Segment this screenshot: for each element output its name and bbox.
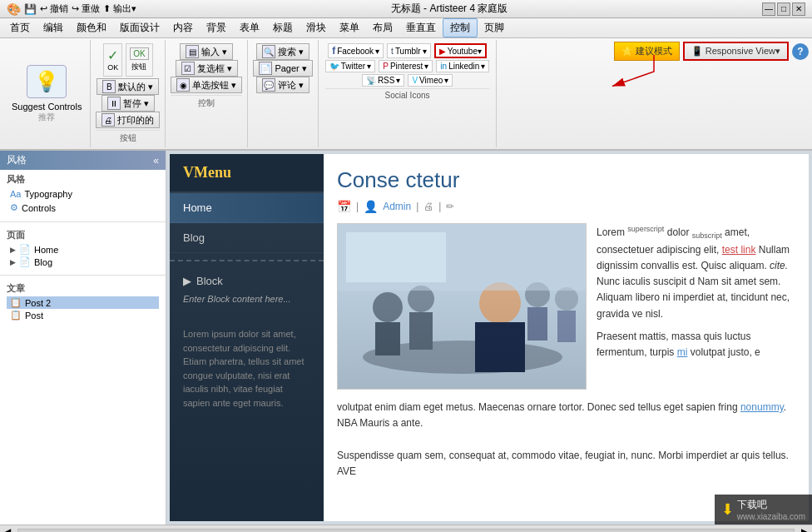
radio-dropdown[interactable]: ◉ 单选按钮▾	[171, 77, 242, 93]
menu-content[interactable]: 内容	[166, 19, 200, 37]
watermark: ⬇ 下载吧 www.xiazaiba.com	[715, 495, 812, 525]
tumblr-button[interactable]: t Tumblr▾	[387, 43, 431, 58]
menu-form[interactable]: 表单	[233, 19, 266, 37]
menu-title[interactable]: 标题	[266, 19, 300, 37]
vimeo-label: Vimeo	[419, 76, 443, 85]
menu-footer[interactable]: 页脚	[478, 19, 511, 37]
typography-icon: Aa	[10, 189, 21, 199]
block-title: ▶ Block	[183, 275, 310, 287]
redo-icon[interactable]: ↪ 重做	[72, 2, 100, 15]
meta-edit-icon[interactable]: ✏	[446, 201, 454, 212]
svg-rect-12	[557, 311, 576, 342]
main-area: 风格 « 风格 Aa Typography ⚙ Controls 页面 ▶ 📄 …	[0, 151, 812, 525]
linkedin-button[interactable]: in Linkedin▾	[436, 60, 489, 72]
titlebar-left: 🎨 💾 ↩ 撤销 ↪ 重做 ⬆ 输出▾	[7, 2, 136, 16]
youtube-button[interactable]: ▶ Youtube▾	[434, 43, 487, 58]
site-nav: VMenu Home Blog ▶ Block Enter Block cont…	[170, 154, 324, 521]
post-item[interactable]: 📋 Post	[7, 309, 159, 321]
menu-home[interactable]: 首页	[3, 19, 37, 37]
article-title: Conse ctetur	[337, 167, 795, 193]
comment-dropdown[interactable]: 💬 评论▾	[256, 77, 309, 93]
pages-tree-item-home[interactable]: ▶ 📄 Home	[7, 243, 159, 256]
menu-control[interactable]: 控制	[443, 18, 478, 37]
test-link[interactable]: test link	[722, 244, 756, 256]
page-icon-home: 📄	[19, 244, 31, 255]
scroll-track[interactable]	[17, 529, 795, 533]
suggest-controls-label: Suggest Controls	[12, 102, 82, 112]
ok-small-button[interactable]: OK 按钮	[126, 43, 152, 77]
nav-item-home[interactable]: Home	[170, 193, 324, 223]
help-button[interactable]: ?	[792, 43, 809, 60]
comment-icon: 💬	[262, 78, 275, 92]
rss-button[interactable]: 📡 RSS▾	[362, 74, 405, 87]
maximize-button[interactable]: □	[777, 2, 790, 16]
svg-rect-10	[527, 307, 547, 341]
block-content: Enter Block content here...	[183, 294, 310, 304]
menu-layout[interactable]: 版面设计	[113, 19, 166, 37]
default-btn-icon: B	[102, 80, 116, 93]
menu-slider[interactable]: 滑块	[300, 19, 333, 37]
typography-item[interactable]: Aa Typography	[7, 187, 159, 201]
mi-link[interactable]: mi	[677, 346, 688, 358]
checkbox-dropdown[interactable]: ☑ 复选框▾	[176, 60, 238, 77]
article-para-3: volutpat enim diam eget metus. Maecenas …	[337, 400, 795, 431]
page-label-home: Home	[34, 245, 58, 255]
block-area: ▶ Block Enter Block content here...	[170, 260, 324, 317]
vimeo-button[interactable]: V Vimeo▾	[408, 74, 453, 87]
facebook-button[interactable]: f Facebook▾	[328, 43, 384, 58]
menu-flex[interactable]: 布局	[366, 19, 399, 37]
controls-item[interactable]: ⚙ Controls	[7, 201, 159, 215]
meta-separator-1: |	[356, 201, 359, 212]
collapse-icon[interactable]: «	[153, 155, 159, 167]
input-dropdown[interactable]: ▤ 输入▾	[180, 43, 233, 60]
suggest-mode-icon: ⭐	[621, 46, 633, 57]
article-body: Lorem superscript dolor subscript amet, …	[337, 223, 795, 390]
suggest-mode-button[interactable]: ⭐ 建议模式	[614, 42, 680, 61]
page-icon-blog: 📄	[19, 256, 31, 267]
undo-icon[interactable]: ↩ 撤销	[40, 2, 68, 15]
responsive-view-button[interactable]: 📱 Responsive View▾	[683, 42, 789, 61]
meta-print-icon[interactable]: 🖨	[423, 201, 433, 212]
article-para-2: Praesent mattis, massa quis luctus ferme…	[597, 329, 795, 360]
pinterest-button[interactable]: P Pinterest▾	[379, 60, 433, 72]
twitter-button[interactable]: 🐦 Twitter▾	[325, 60, 375, 72]
social-row-1: f Facebook▾ t Tumblr▾ ▶ Youtube▾	[328, 43, 487, 58]
minimize-button[interactable]: —	[762, 2, 775, 16]
controls-section-label: 控制	[171, 95, 242, 109]
suggest-mode-label: 建议模式	[636, 45, 672, 57]
social-row-2: 🐦 Twitter▾ P Pinterest▾ in Linkedin▾	[325, 60, 490, 72]
article-text-right: Lorem superscript dolor subscript amet, …	[597, 223, 795, 390]
suggest-controls-icon[interactable]: 💡	[27, 65, 67, 98]
buttons-section-label: 按钮	[96, 130, 160, 144]
scroll-right-button[interactable]: ▶	[798, 526, 812, 533]
svg-point-3	[373, 292, 403, 322]
close-button[interactable]: ✕	[792, 2, 805, 16]
svg-point-11	[555, 287, 578, 311]
tumblr-label: Tumblr	[395, 47, 421, 56]
meta-admin-link[interactable]: Admin	[383, 201, 411, 212]
responsive-view-label: Responsive View▾	[706, 46, 780, 57]
linkedin-label: Linkedin	[448, 62, 479, 71]
nav-item-blog[interactable]: Blog	[170, 223, 324, 253]
watermark-arrow-icon: ⬇	[721, 500, 734, 519]
print-button-dropdown[interactable]: 🖨 打印的的	[96, 112, 160, 128]
nonummy-link[interactable]: nonummy	[740, 401, 784, 413]
menu-color[interactable]: 颜色和	[70, 19, 113, 37]
output-icon[interactable]: ⬆ 输出▾	[103, 2, 136, 15]
horizontal-scrollbar[interactable]: ◀ ▶	[0, 525, 812, 532]
menu-nav[interactable]: 菜单	[333, 19, 366, 37]
post2-item[interactable]: 📋 Post 2	[7, 296, 159, 309]
search-dropdown[interactable]: 🔍 搜索▾	[256, 43, 309, 60]
search-icon: 🔍	[262, 45, 275, 58]
pager-dropdown[interactable]: 📄 Pager▾	[253, 60, 312, 77]
menu-edit[interactable]: 编辑	[37, 19, 70, 37]
page-label-blog: Blog	[34, 257, 52, 267]
default-button-dropdown[interactable]: B 默认的▾	[97, 78, 159, 95]
pause-button-dropdown[interactable]: ⏸ 暂停▾	[102, 95, 155, 112]
ok-big-button[interactable]: ✓ OK	[103, 43, 122, 77]
save-icon[interactable]: 💾	[24, 3, 37, 15]
pages-tree-item-blog[interactable]: ▶ 📄 Blog	[7, 256, 159, 268]
scroll-left-button[interactable]: ◀	[0, 526, 14, 533]
menu-bg[interactable]: 背景	[200, 19, 233, 37]
menu-vertical[interactable]: 垂直直	[399, 19, 443, 37]
